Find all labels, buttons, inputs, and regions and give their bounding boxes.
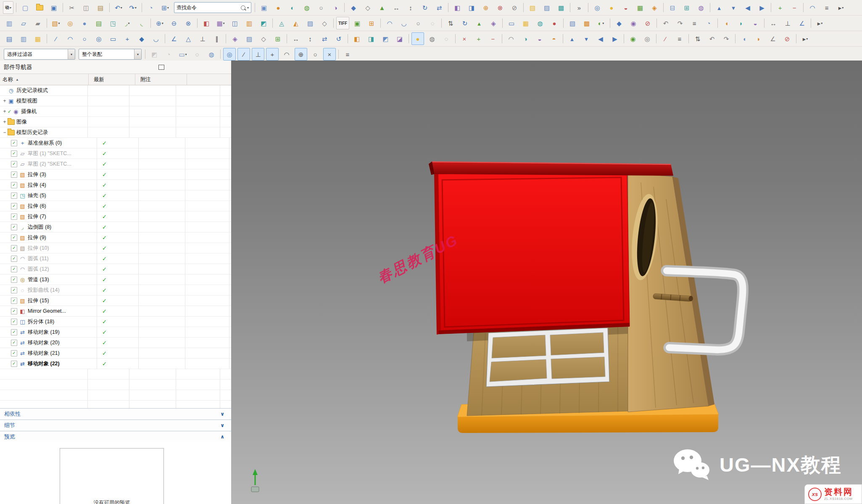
column-header-name[interactable]: 名称 ▲: [0, 74, 89, 85]
tree-expander[interactable]: −: [2, 130, 8, 135]
curvature-analysis-icon[interactable]: ◑: [519, 32, 532, 45]
unsuppress-icon[interactable]: ↷: [674, 17, 686, 29]
dependencies-section-header[interactable]: 相依性 ∨: [0, 408, 231, 420]
half-section-a-icon[interactable]: ◖: [720, 17, 733, 29]
notes-icon[interactable]: ▥: [17, 32, 30, 45]
tree-row[interactable]: ✓+基准坐标系 (0)✓: [0, 138, 231, 148]
section-view-icon[interactable]: ◧: [351, 32, 363, 45]
list-curves-icon[interactable]: ≡: [673, 32, 686, 45]
dim-horizontal-icon[interactable]: ↔: [290, 32, 302, 45]
align-lft-icon[interactable]: ◀: [594, 32, 607, 45]
feature-checkbox[interactable]: ✓: [11, 298, 17, 304]
boss-icon[interactable]: ▤: [92, 17, 105, 29]
reflection-analysis-icon[interactable]: ◓: [548, 32, 560, 45]
facet-body-icon[interactable]: ▦: [519, 17, 532, 29]
flip-direction-icon[interactable]: ⇅: [691, 32, 704, 45]
delete-body-icon[interactable]: ⊘: [641, 17, 654, 29]
feature-checkbox[interactable]: ✓: [11, 256, 17, 262]
meas-angle-icon[interactable]: ∠: [767, 32, 779, 45]
overflow-more-icon[interactable]: »: [573, 1, 585, 14]
edge-blend-icon[interactable]: ◞▾: [121, 17, 134, 29]
snap-center-icon[interactable]: ⊕: [295, 48, 307, 61]
bounding-body-icon[interactable]: ▭: [505, 17, 518, 29]
trim-body-icon[interactable]: ▥: [243, 17, 256, 29]
swept-icon[interactable]: ◐▾: [595, 17, 607, 29]
layer-settings-icon[interactable]: ▧: [526, 1, 539, 14]
orient-view-icon[interactable]: ◆: [347, 1, 360, 14]
feature-checkbox[interactable]: ✓: [11, 150, 17, 157]
true-shading-icon[interactable]: ◍: [695, 1, 707, 14]
update-model-icon[interactable]: ↻: [459, 17, 471, 29]
feature-checkbox[interactable]: ✓: [11, 203, 17, 209]
tree-row[interactable]: ✓◫拆分体 (18)✓: [0, 317, 231, 327]
fillet-curve-icon[interactable]: ◡: [150, 32, 162, 45]
centerline-icon[interactable]: ◇: [257, 32, 270, 45]
tree-row[interactable]: ✓▧拉伸 (10)✓: [0, 243, 231, 253]
tree-row[interactable]: ✓⇄移动对象 (20)✓: [0, 338, 231, 348]
sketch-icon[interactable]: ▱: [17, 17, 30, 29]
circle-icon[interactable]: ○: [78, 32, 91, 45]
symbols-icon[interactable]: ▦: [32, 32, 44, 45]
reference-curve-icon[interactable]: ◌: [440, 32, 453, 45]
projected-curve-icon[interactable]: ◌: [426, 17, 439, 29]
layer-category-icon[interactable]: ▩: [555, 1, 567, 14]
tree-expander[interactable]: +: [2, 119, 8, 124]
navigator-float-button[interactable]: [158, 65, 164, 70]
project-perp-icon[interactable]: ⊥: [781, 17, 794, 29]
concentric-circle-icon[interactable]: ◎: [92, 32, 105, 45]
show-hide-icon[interactable]: ⊘: [508, 1, 521, 14]
feature-checkbox[interactable]: ✓: [11, 235, 17, 241]
tree-expander[interactable]: +: [2, 98, 8, 103]
shell-icon[interactable]: ◳: [107, 17, 119, 29]
break-view-icon[interactable]: ◩: [379, 32, 392, 45]
zoom-in-icon[interactable]: ⊕: [480, 1, 492, 14]
extract-body-icon[interactable]: ▧: [566, 17, 579, 29]
fit-view-icon[interactable]: ⇄: [433, 1, 445, 14]
convert-a-icon[interactable]: ◖: [738, 32, 751, 45]
snap-line-icon[interactable]: ∕: [237, 48, 250, 61]
feature-checkbox[interactable]: ✓: [11, 245, 17, 251]
feature-checkbox[interactable]: ✓: [11, 193, 17, 199]
arc-display-icon[interactable]: ◠: [806, 1, 819, 14]
suppress-icon[interactable]: ↶: [659, 17, 672, 29]
feature-checkbox[interactable]: ✓: [11, 329, 17, 335]
point-set-icon[interactable]: ●: [548, 17, 561, 29]
details-section-header[interactable]: 细节 ∨: [0, 420, 231, 431]
combo-caret-icon[interactable]: ▾: [68, 49, 75, 59]
subtract-curve-icon[interactable]: −: [487, 32, 499, 45]
cut-icon[interactable]: ✂: [66, 1, 78, 14]
tree-row[interactable]: ✓◎管道 (13)✓: [0, 274, 231, 285]
extrude-icon[interactable]: ▧▾: [50, 17, 62, 29]
feature-checkbox[interactable]: ✓: [11, 161, 17, 167]
feature-checkbox[interactable]: ✓: [11, 277, 17, 283]
dim-vertical-icon[interactable]: ↕: [304, 32, 316, 45]
wave-link-icon[interactable]: ◈: [487, 17, 500, 29]
chamfer-icon[interactable]: ◟: [135, 17, 148, 29]
graphics-window[interactable]: 春思教育UG UG—NX教程 xs 资料网 ZL.XS1616.COM: [231, 61, 862, 504]
prev-selection-icon[interactable]: ◔: [162, 48, 175, 61]
remove-component-icon[interactable]: −: [788, 1, 801, 14]
detail-view-icon[interactable]: ◪: [393, 32, 406, 45]
undo-icon[interactable]: ↶▾: [112, 1, 125, 14]
snapshot-icon[interactable]: ◎: [591, 1, 604, 14]
composite-curve-icon[interactable]: ▩: [580, 17, 593, 29]
datum-csys-icon[interactable]: ◆: [613, 17, 625, 29]
hatch-icon[interactable]: ▨: [243, 32, 256, 45]
hole-icon[interactable]: ●: [78, 17, 91, 29]
tree-row[interactable]: ✓◞边倒圆 (8)✓: [0, 222, 231, 232]
dock-menu-icon[interactable]: ≡: [341, 48, 354, 61]
pattern-feature-icon[interactable]: ▦▾: [214, 17, 227, 29]
background-icon[interactable]: ◐: [286, 1, 299, 14]
combo-caret-icon[interactable]: ▾: [134, 49, 141, 59]
offset-face-icon[interactable]: ◩: [257, 17, 270, 29]
undo-sketch-icon[interactable]: ↶: [706, 32, 718, 45]
paste-icon[interactable]: ▤: [94, 1, 107, 14]
copy-icon[interactable]: ◫: [80, 1, 92, 14]
tree-row[interactable]: ✓▧拉伸 (6)✓: [0, 201, 231, 211]
thicken-icon[interactable]: ◬: [275, 17, 288, 29]
selection-filter[interactable]: 选择过滤器▾: [4, 49, 75, 60]
snap-intersect-icon[interactable]: ×: [323, 48, 336, 61]
tree-row[interactable]: ✓▧拉伸 (9)✓: [0, 232, 231, 243]
bridge-curve-icon[interactable]: ◠: [383, 17, 396, 29]
point-icon[interactable]: ◉: [627, 17, 640, 29]
